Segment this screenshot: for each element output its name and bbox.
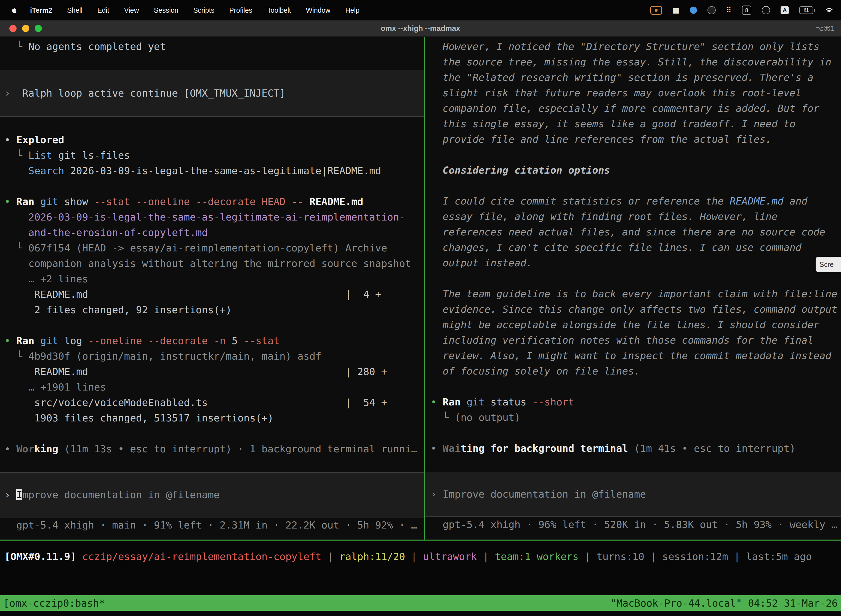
text-segment: | <box>728 551 746 562</box>
tmux-session-name: [omx-cczip0:bash* <box>3 597 105 609</box>
right-prompt-input[interactable]: › Improve documentation in @filename <box>425 472 841 517</box>
text-segment: (11m 13s • esc to interrupt) · 1 backgro… <box>58 443 417 455</box>
menu-item[interactable]: Help <box>338 6 367 14</box>
window-title-bar[interactable]: omx --xhigh --madmax ⌥⌘1 <box>0 21 841 37</box>
text-segment: log <box>58 335 88 346</box>
text-segment <box>431 72 442 83</box>
grid-app-icon[interactable]: ▦ <box>673 6 679 15</box>
minimize-window-button[interactable] <box>22 25 29 32</box>
text-segment: 2026-03-09-is-legal-the-same-as-legitima… <box>64 165 381 176</box>
text-segment: • <box>4 134 16 145</box>
text-segment: 4b9d30f (origin/main, instructkr/main, m… <box>28 351 321 362</box>
text-segment: Explored <box>16 134 64 145</box>
terminal-line: The team guideline is to back every impo… <box>425 286 841 302</box>
screen-share-overlay-button[interactable]: Scre <box>816 257 841 272</box>
text-segment: Search <box>28 165 64 176</box>
terminal-line: README.md | 280 + <box>0 364 424 380</box>
text-segment: README.md <box>730 195 784 207</box>
terminal-line <box>425 456 841 472</box>
menu-item[interactable]: View <box>117 6 147 14</box>
terminal-line: essay file, along with finding root file… <box>425 209 841 224</box>
ran-git-status-line: • Ran git status --short <box>425 395 841 410</box>
terminal-line: changes, I can't cite specific file line… <box>425 240 841 255</box>
menu-item[interactable]: Window <box>298 6 338 14</box>
text-segment: | <box>579 551 596 562</box>
text-segment <box>4 459 10 470</box>
terminal-line: evidence. Since this change only affects… <box>425 302 841 317</box>
text-segment: Ran <box>16 335 34 346</box>
text-segment <box>4 165 28 176</box>
right-status-line: gpt-5.4 xhigh · 96% left · 520K in · 5.8… <box>425 517 841 532</box>
close-window-button[interactable] <box>9 25 16 32</box>
text-segment: the "Related research writing" section i… <box>442 72 813 83</box>
text-segment: • <box>4 196 16 207</box>
menu-item[interactable]: iTerm2 <box>23 6 60 14</box>
menu-item[interactable]: Shell <box>60 6 90 14</box>
left-scrollback-top: └ No agents completed yet <box>0 39 424 70</box>
text-segment: --stat --oneline --decorate <box>94 196 255 207</box>
text-segment: HEAD -- <box>262 196 303 207</box>
text-segment <box>431 427 437 439</box>
wifi-icon[interactable] <box>826 7 833 13</box>
text-segment <box>4 150 16 161</box>
menu-item[interactable]: Scripts <box>186 6 222 14</box>
text-segment <box>34 335 40 346</box>
text-segment: I could cite commit statistics or refere… <box>442 195 730 207</box>
dots-grid-icon[interactable]: ⠿ <box>726 6 731 15</box>
text-segment <box>4 428 10 439</box>
text-segment: gpt-5.4 xhigh · main · 91% left · 2.31M … <box>16 519 417 531</box>
battery-icon[interactable]: 61 <box>799 6 815 14</box>
keyboard-key-icon[interactable]: 8 <box>742 6 751 15</box>
explored-header-line: • Explored <box>0 132 424 148</box>
menu-item[interactable]: Profiles <box>222 6 259 14</box>
text-segment <box>431 118 442 129</box>
menubar-status-icons: ▦ ⠿ 8 A 61 <box>651 6 833 15</box>
text-segment: • <box>431 443 442 454</box>
text-segment: | <box>644 551 662 562</box>
text-segment: 1903 files changed, 513517 insertions(+) <box>4 412 273 424</box>
terminal-line <box>425 271 841 286</box>
text-segment: 2 files changed, 92 insertions(+) <box>4 304 232 315</box>
left-prompt-input[interactable]: › Improve documentation in @filename <box>0 472 424 518</box>
text-segment <box>431 381 437 392</box>
window-controls <box>9 25 42 32</box>
text-segment: However, I noticed the "Directory Struct… <box>442 41 819 52</box>
right-scrollback: However, I noticed the "Directory Struct… <box>425 39 841 472</box>
text-segment <box>4 320 10 331</box>
dark-app-icon[interactable] <box>708 6 716 14</box>
blue-app-icon[interactable] <box>690 7 697 14</box>
text-segment <box>460 396 467 408</box>
terminal-line: companion file, especially if more comme… <box>425 101 841 116</box>
text-segment: • <box>431 396 442 408</box>
apple-menu[interactable] <box>8 7 23 13</box>
menu-item[interactable]: Edit <box>90 6 117 14</box>
working-status-line: • Working (11m 13s • esc to interrupt) ·… <box>0 441 424 457</box>
text-segment: last:5m ago <box>746 551 812 562</box>
terminal-line <box>0 457 424 472</box>
terminal-line: src/voice/voiceModeEnabled.ts | 54 + <box>0 395 424 411</box>
terminal-line: … +1901 lines <box>0 380 424 395</box>
terminal-line: └ List git ls-files <box>0 148 424 163</box>
menu-item[interactable]: Toolbelt <box>259 6 298 14</box>
text-segment: and-the-erosion-of-copyleft.md <box>28 227 208 238</box>
input-source-icon[interactable]: A <box>781 6 789 14</box>
text-segment: --short <box>533 396 574 408</box>
window-shortcut-hint: ⌥⌘1 <box>816 25 835 32</box>
text-segment: › <box>431 488 442 500</box>
screen-recording-icon[interactable] <box>651 6 662 15</box>
terminal-line: might be acceptable alongside the file l… <box>425 317 841 333</box>
text-segment: turns:10 <box>596 551 644 562</box>
text-segment <box>431 412 442 423</box>
text-segment: review. Also, I might want to inspect th… <box>442 350 831 361</box>
reasoning-heading-line: Considering citation options <box>425 163 841 178</box>
terminal-line <box>425 178 841 194</box>
text-segment: slight risk that future readers may over… <box>442 87 801 98</box>
right-terminal-pane[interactable]: However, I noticed the "Directory Struct… <box>425 37 841 540</box>
text-segment: --oneline --decorate <box>88 335 208 346</box>
left-terminal-pane[interactable]: └ No agents completed yet › Ralph loop a… <box>0 37 424 540</box>
zoom-window-button[interactable] <box>35 25 42 32</box>
text-segment: companion analysis without altering the … <box>28 258 411 269</box>
tmux-status-bar: [omx-cczip0:bash* "MacBook-Pro-44.local"… <box>0 595 841 611</box>
round-app-icon[interactable] <box>762 6 770 14</box>
menu-item[interactable]: Session <box>147 6 186 14</box>
